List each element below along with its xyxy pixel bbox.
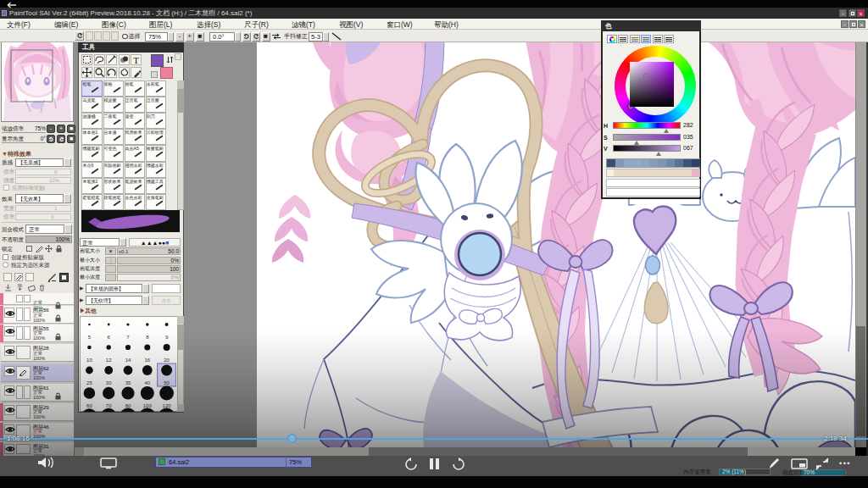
svg-text:10: 10 xyxy=(86,358,92,363)
svg-text:14: 14 xyxy=(125,358,131,363)
svg-text:100: 100 xyxy=(143,403,153,408)
svg-text:35: 35 xyxy=(125,380,131,385)
svg-text:8: 8 xyxy=(146,335,149,340)
svg-text:80: 80 xyxy=(125,403,131,408)
svg-text:5: 5 xyxy=(88,335,92,340)
svg-text:40: 40 xyxy=(144,380,150,385)
svg-text:120: 120 xyxy=(163,403,172,408)
svg-text:50: 50 xyxy=(164,380,170,385)
svg-text:20: 20 xyxy=(164,358,170,363)
svg-text:16: 16 xyxy=(144,358,150,363)
svg-text:70: 70 xyxy=(106,403,112,408)
svg-text:7: 7 xyxy=(126,335,130,340)
svg-text:6: 6 xyxy=(108,335,111,340)
svg-text:9: 9 xyxy=(165,335,169,340)
svg-text:T: T xyxy=(133,55,139,65)
svg-text:30: 30 xyxy=(106,380,112,385)
svg-text:60: 60 xyxy=(86,403,92,408)
svg-text:12: 12 xyxy=(106,358,112,363)
svg-text:25: 25 xyxy=(86,380,92,385)
